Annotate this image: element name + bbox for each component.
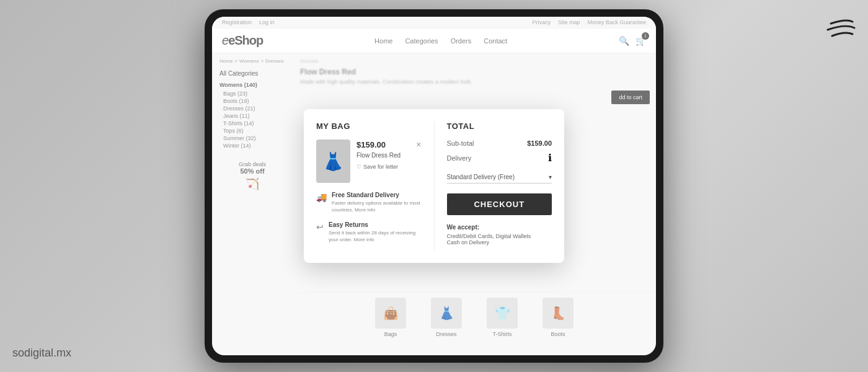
total-title: TOTAL	[447, 122, 552, 131]
item-image: 👗	[316, 140, 350, 183]
delivery-select[interactable]: Standard Delivery (Free) ▾	[447, 171, 552, 184]
tablet-screen: Registration Log in Privacy Site map Mon…	[212, 17, 656, 355]
easy-returns-text: Easy Returns Send it back within 28 days…	[329, 221, 422, 243]
subtotal-row: Sub-total $159.00	[447, 140, 552, 147]
subtotal-label: Sub-total	[447, 140, 474, 147]
delivery-info: 🚚 Free Standard Delivery Faster delivery…	[316, 192, 422, 243]
cart-item: 👗 $159.00 × Flow Dress Red ♡ Save for le…	[316, 140, 422, 183]
top-right-logo	[818, 12, 856, 46]
bag-title: MY BAG	[316, 122, 422, 131]
free-delivery-item: 🚚 Free Standard Delivery Faster delivery…	[316, 192, 422, 213]
item-name: Flow Dress Red	[356, 152, 422, 159]
delivery-label: Delivery	[447, 154, 472, 162]
checkout-button[interactable]: CHECKOUT	[447, 193, 552, 215]
item-price-row: $159.00 ×	[356, 140, 422, 149]
brand-text: sodigital.mx	[12, 347, 71, 360]
returns-icon: ↩	[316, 222, 324, 232]
remove-item-button[interactable]: ×	[416, 140, 421, 149]
item-price: $159.00	[356, 140, 386, 149]
easy-returns-item: ↩ Easy Returns Send it back within 28 da…	[316, 221, 422, 243]
heart-icon: ♡	[356, 164, 361, 170]
bag-section: MY BAG 👗 $159.00 × Flow Dress Red ♡ Sav	[316, 122, 435, 250]
save-for-later-button[interactable]: ♡ Save for letter	[356, 164, 422, 170]
item-details: $159.00 × Flow Dress Red ♡ Save for lett…	[356, 140, 422, 170]
delivery-info-icon: ℹ	[548, 152, 552, 164]
subtotal-amount: $159.00	[527, 140, 552, 147]
chevron-down-icon: ▾	[549, 174, 552, 180]
tablet-frame: Registration Log in Privacy Site map Mon…	[205, 9, 663, 363]
cart-popup: MY BAG 👗 $159.00 × Flow Dress Red ♡ Sav	[304, 109, 564, 263]
truck-icon: 🚚	[316, 192, 327, 202]
delivery-row: Delivery ℹ	[447, 152, 552, 164]
popup-overlay: MY BAG 👗 $159.00 × Flow Dress Red ♡ Sav	[212, 17, 656, 355]
total-section: TOTAL Sub-total $159.00 Delivery ℹ Stand…	[447, 122, 552, 250]
payment-info: We accept: Credit/Debit Cards, Digital W…	[447, 224, 552, 246]
free-delivery-text: Free Standard Delivery Faster delivery o…	[332, 192, 422, 213]
